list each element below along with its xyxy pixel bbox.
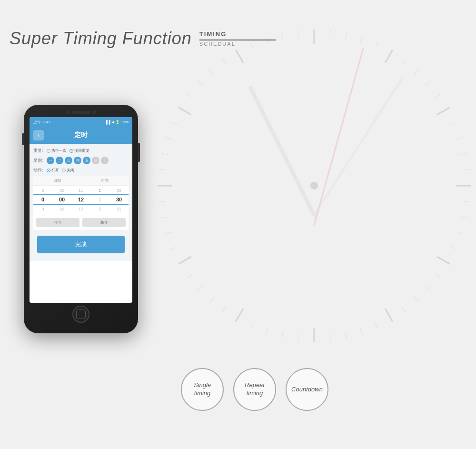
time-cell-m2: 0 [33,205,52,213]
time-cell-m0: 0 [33,186,52,195]
time-col-header: 时间 [81,176,129,185]
power-button [22,133,24,145]
home-button[interactable] [72,306,89,323]
radio-off [62,169,66,172]
svg-line-32 [282,332,283,339]
day-sun[interactable]: 日 [101,157,109,164]
svg-line-53 [209,69,214,74]
svg-line-52 [198,81,203,86]
feature-repeat-timing: Repeattiming [233,368,276,411]
svg-line-11 [451,122,457,125]
cancel-date-btn[interactable]: 今年 [36,218,79,227]
action-options: 打开 关闭 [47,168,74,173]
repeat-option-weekly[interactable]: 按周重复 [69,148,89,153]
days-group: 一 二 三 四 五 六 日 [47,157,109,164]
main-title: Super Timing Function [10,29,192,49]
day-fri[interactable]: 五 [83,157,90,164]
speaker-grille [71,111,90,114]
svg-line-9 [435,94,441,98]
day-tue[interactable]: 二 [56,157,63,164]
svg-line-65 [385,309,392,321]
svg-line-39 [188,273,193,278]
day-wed[interactable]: 三 [65,157,72,164]
action-on[interactable]: 打开 [47,168,59,173]
svg-line-44 [159,201,166,202]
complete-button[interactable]: 完成 [37,236,125,253]
time-picker-header: 日期 时间 [33,176,129,186]
svg-line-38 [198,286,203,290]
svg-line-49 [171,122,178,125]
radio-on [47,169,50,172]
svg-line-12 [456,137,463,140]
svg-line-17 [460,217,467,218]
svg-line-64 [437,257,450,264]
front-camera [66,110,69,114]
app-content: 重复: 执行一次 按周重复 星期: [30,144,132,261]
date-btns: 今年 相年 [33,216,129,230]
svg-line-24 [402,307,406,312]
svg-line-21 [435,273,441,278]
app-title-text: 定时 [48,131,114,140]
status-time: 上午11:43 [33,120,50,125]
svg-line-8 [425,81,430,86]
svg-line-14 [463,170,470,170]
back-button[interactable]: ‹ [33,130,44,140]
day-thu[interactable]: 四 [74,157,81,164]
sub-subtitle: SCHEDUAL [199,41,276,47]
confirm-date-btn[interactable]: 相年 [82,218,126,227]
svg-point-75 [310,182,318,190]
status-icons: ▐▐ ◀ 🔋 13% [105,120,129,124]
repeat-label: 重复: [33,148,47,154]
repeat-options: 执行一次 按周重复 [47,148,89,153]
phone-mockup: 上午11:43 ▐▐ ◀ 🔋 13% ‹ 定时 重复: 执行一次 [24,105,138,333]
repeat-single-label: 执行一次 [51,148,67,153]
day-mon[interactable]: 一 [47,157,54,164]
svg-line-18 [456,232,463,234]
repeat-option-single[interactable]: 执行一次 [47,148,67,153]
feature-single-timing: Singletiming [181,368,224,411]
date-col-header: 日期 [33,176,81,185]
header: Super Timing Function TIMING SCHEDUAL [10,29,276,49]
svg-line-6 [402,59,406,65]
svg-line-3 [360,37,363,44]
feature-countdown: Countdown [286,368,328,411]
days-row: 星期: 一 二 三 四 五 六 日 [33,157,129,164]
svg-line-23 [414,297,419,302]
time-cell-d2: 00 [52,205,71,213]
svg-line-42 [165,232,172,234]
svg-line-41 [171,247,178,249]
time-cell-min1: 29 [109,186,129,195]
svg-line-74 [314,49,363,225]
svg-line-37 [209,297,214,302]
volume-button [138,143,140,162]
time-sep-2: : [90,195,109,204]
svg-line-4 [375,42,378,49]
svg-line-16 [463,201,470,202]
sensor [92,110,96,114]
time-cell-h3: 13 [71,205,90,213]
action-on-label: 打开 [51,168,59,173]
time-cell-d1: 00 [52,195,71,204]
time-cell-min3: 31 [109,205,129,213]
svg-line-43 [161,217,168,218]
time-picker: 日期 时间 0 00 11 : 29 [33,176,129,230]
svg-line-47 [161,153,168,155]
svg-line-73 [314,78,402,215]
action-off-label: 关闭 [67,168,74,173]
svg-line-2 [345,32,347,40]
time-sep-3: : [90,204,109,213]
svg-line-68 [178,257,191,264]
action-off[interactable]: 关闭 [62,168,74,173]
svg-line-51 [188,94,193,98]
svg-line-59 [298,30,299,37]
time-cell-min2: 30 [109,195,129,204]
time-cell-h1: 11 [71,186,90,195]
header-sub: TIMING SCHEDUAL [199,30,276,49]
day-sat[interactable]: 六 [92,157,99,164]
time-sep-1: : [90,186,109,195]
days-label: 星期: [33,158,47,164]
svg-line-48 [165,137,172,140]
svg-line-1 [330,30,331,37]
svg-line-19 [451,247,457,249]
time-row-prev: 0 00 11 : 29 [33,186,129,195]
